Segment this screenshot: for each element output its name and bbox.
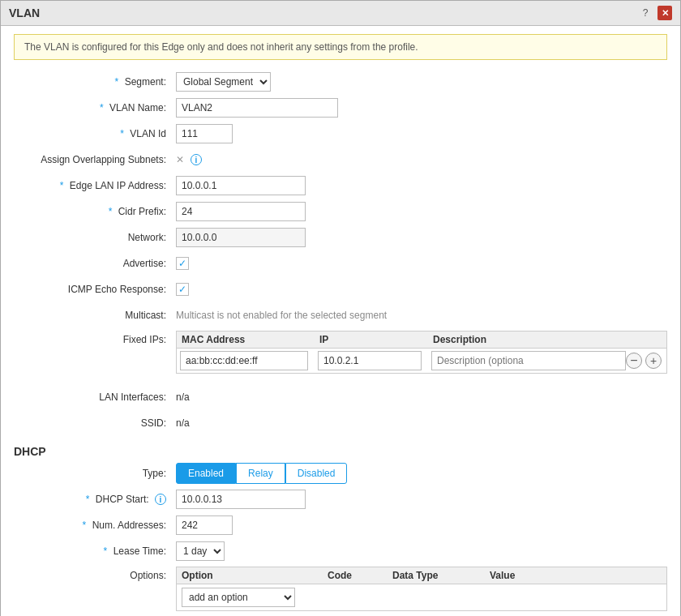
- fixed-ips-mac-cell: [177, 351, 315, 370]
- multicast-note: Multicast is not enabled for the selecte…: [176, 310, 387, 321]
- warning-banner: The VLAN is configured for this Edge onl…: [14, 34, 667, 60]
- dhcp-start-row: * DHCP Start: i: [14, 489, 667, 510]
- dhcp-disabled-button[interactable]: Disabled: [285, 463, 348, 484]
- options-table-header: Option Code Data Type Value: [176, 567, 667, 584]
- fixed-ips-mac-header: MAC Address: [177, 334, 315, 345]
- icmp-checkbox[interactable]: ✓: [176, 283, 189, 296]
- multicast-row: Multicast: Multicast is not enabled for …: [14, 305, 667, 326]
- options-datatype-header: Data Type: [388, 570, 485, 581]
- assign-overlapping-controls: ✕ i: [176, 154, 202, 165]
- segment-select[interactable]: Global Segment: [176, 72, 271, 92]
- cidr-prefix-row: * Cidr Prefix:: [14, 201, 667, 222]
- dhcp-start-input[interactable]: [176, 490, 306, 509]
- num-addr-required-star: *: [83, 520, 87, 531]
- segment-required-star: *: [115, 76, 119, 88]
- network-label: Network:: [14, 232, 176, 243]
- advertise-row: Advertise: ✓: [14, 253, 667, 274]
- edge-lan-ip-input[interactable]: [176, 176, 306, 195]
- advertise-label: Advertise:: [14, 258, 176, 269]
- vlan-id-input[interactable]: [176, 124, 233, 143]
- cidr-prefix-label: * Cidr Prefix:: [14, 206, 176, 217]
- lease-time-row: * Lease Time: 1 day: [14, 541, 667, 562]
- fixed-ips-actions: − +: [626, 353, 666, 369]
- lan-interfaces-label: LAN Interfaces:: [14, 391, 176, 403]
- lan-interfaces-row: LAN Interfaces: n/a: [14, 387, 667, 408]
- dhcp-start-label: * DHCP Start: i: [14, 494, 176, 506]
- segment-label: * Segment:: [14, 76, 176, 88]
- dialog-header: VLAN ? ✕: [1, 1, 680, 26]
- options-row: Options: Option Code Data Type Value add…: [14, 567, 667, 611]
- dhcp-start-required-star: *: [86, 494, 90, 505]
- warning-text: The VLAN is configured for this Edge onl…: [24, 41, 418, 53]
- options-code-header: Code: [323, 570, 388, 581]
- edge-lan-ip-label: * Edge LAN IP Address:: [14, 180, 176, 191]
- dhcp-section-title: DHCP: [14, 445, 667, 458]
- header-icons: ? ✕: [638, 6, 672, 20]
- ssid-value: n/a: [176, 417, 190, 429]
- vlan-name-label: * VLAN Name:: [14, 102, 176, 113]
- assign-info-icon: i: [191, 154, 202, 165]
- close-button[interactable]: ✕: [657, 6, 672, 20]
- dialog-body: The VLAN is configured for this Edge onl…: [1, 26, 680, 616]
- lease-time-label: * Lease Time:: [14, 545, 176, 557]
- fixed-ips-desc-input[interactable]: [431, 351, 626, 370]
- fixed-ips-desc-header: Description: [428, 334, 666, 345]
- fixed-ips-data-row: − +: [176, 349, 667, 374]
- vlan-id-label: * VLAN Id: [14, 128, 176, 139]
- add-option-select[interactable]: add an option: [182, 588, 295, 607]
- fixed-ips-label: Fixed IPs:: [14, 331, 176, 345]
- cidr-prefix-input[interactable]: [176, 202, 306, 221]
- add-option-cell: add an option: [177, 588, 323, 607]
- dhcp-relay-button[interactable]: Relay: [236, 463, 285, 484]
- assign-overlapping-label: Assign Overlapping Subnets:: [14, 154, 176, 165]
- dhcp-type-label: Type:: [14, 468, 176, 479]
- fixed-ips-desc-cell: [428, 351, 626, 370]
- add-fixed-ip-button[interactable]: +: [645, 353, 662, 369]
- edge-lan-required-star: *: [60, 180, 64, 191]
- options-label: Options:: [14, 567, 176, 581]
- fixed-ips-mac-input[interactable]: [180, 351, 308, 370]
- vlan-dialog: VLAN ? ✕ The VLAN is configured for this…: [0, 0, 681, 616]
- fixed-ips-ip-input[interactable]: [318, 351, 422, 370]
- vlan-name-input[interactable]: [176, 98, 338, 118]
- fixed-ips-ip-header: IP: [315, 334, 428, 345]
- assign-x-icon: ✕: [176, 154, 184, 165]
- vlan-name-required-star: *: [100, 102, 104, 113]
- num-addresses-label: * Num. Addresses:: [14, 520, 176, 531]
- vlan-name-row: * VLAN Name:: [14, 97, 667, 118]
- dhcp-enabled-button[interactable]: Enabled: [176, 463, 236, 484]
- segment-row: * Segment: Global Segment: [14, 71, 667, 92]
- cidr-required-star: *: [109, 206, 113, 217]
- dhcp-type-row: Type: Enabled Relay Disabled: [14, 463, 667, 484]
- lease-time-select[interactable]: 1 day: [176, 541, 225, 561]
- dialog-title: VLAN: [9, 6, 40, 19]
- vlan-id-row: * VLAN Id: [14, 123, 667, 144]
- icmp-label: ICMP Echo Response:: [14, 284, 176, 295]
- options-container: Option Code Data Type Value add an optio…: [176, 567, 667, 611]
- advertise-checkbox[interactable]: ✓: [176, 257, 189, 270]
- vlan-id-required-star: *: [120, 128, 124, 139]
- multicast-label: Multicast:: [14, 310, 176, 321]
- dhcp-start-info-icon: i: [155, 494, 166, 505]
- ssid-row: SSID: n/a: [14, 413, 667, 434]
- dhcp-type-buttons: Enabled Relay Disabled: [176, 463, 347, 484]
- num-addresses-input[interactable]: [176, 515, 233, 535]
- lan-interfaces-value: n/a: [176, 391, 190, 403]
- assign-overlapping-row: Assign Overlapping Subnets: ✕ i: [14, 149, 667, 170]
- options-add-row: add an option: [176, 584, 667, 611]
- icmp-row: ICMP Echo Response: ✓: [14, 279, 667, 300]
- fixed-ips-row: Fixed IPs: MAC Address IP Description: [14, 331, 667, 374]
- fixed-ips-ip-cell: [315, 351, 428, 370]
- options-option-header: Option: [177, 570, 323, 581]
- edge-lan-ip-row: * Edge LAN IP Address:: [14, 175, 667, 196]
- num-addresses-row: * Num. Addresses:: [14, 515, 667, 536]
- ssid-label: SSID:: [14, 417, 176, 429]
- network-row: Network:: [14, 227, 667, 248]
- lease-required-star: *: [104, 545, 108, 557]
- network-input: [176, 228, 306, 247]
- fixed-ips-header: MAC Address IP Description: [176, 331, 667, 349]
- remove-fixed-ip-button[interactable]: −: [626, 353, 642, 369]
- fixed-ips-container: MAC Address IP Description −: [176, 331, 667, 374]
- options-value-header: Value: [485, 570, 666, 581]
- help-button[interactable]: ?: [638, 6, 653, 20]
